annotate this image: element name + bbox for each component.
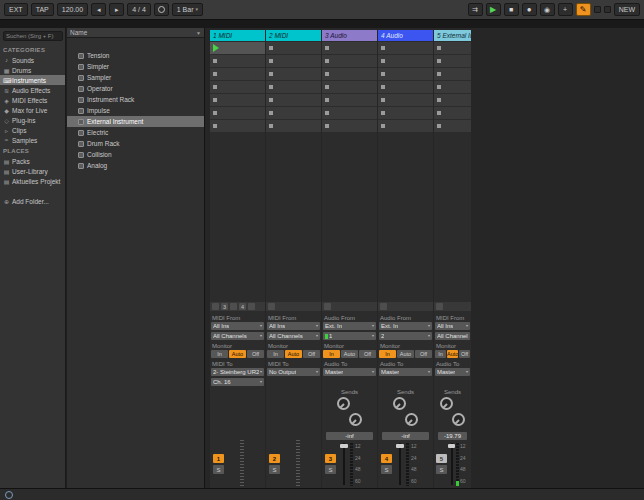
sidebar-item-sounds[interactable]: ♪Sounds: [0, 55, 65, 65]
monitor-in-button[interactable]: In: [379, 350, 396, 358]
clip-slot[interactable]: [266, 55, 321, 67]
clip-slot[interactable]: [322, 94, 377, 106]
clip-slot[interactable]: [266, 107, 321, 119]
new-button[interactable]: NEW: [614, 3, 640, 16]
solo-button[interactable]: S: [213, 465, 224, 474]
solo-button[interactable]: S: [269, 465, 280, 474]
fader-handle[interactable]: [448, 444, 455, 448]
stop-button[interactable]: ■: [504, 3, 519, 16]
midi-overdub-button[interactable]: +: [558, 3, 573, 16]
solo-button[interactable]: S: [436, 465, 447, 474]
sidebar-place-aktuelles-projekt[interactable]: ▤Aktuelles Projekt: [0, 176, 65, 186]
track-activator[interactable]: 4: [381, 454, 392, 463]
clip-slot[interactable]: [210, 94, 265, 106]
sidebar-item-drums[interactable]: ▦Drums: [0, 65, 65, 75]
monitor-auto-button[interactable]: Auto: [397, 350, 414, 358]
input-channel-chooser[interactable]: All Channels: [435, 332, 470, 340]
clip-slot[interactable]: [434, 120, 471, 132]
monitor-auto-button[interactable]: Auto: [229, 350, 246, 358]
draw-mode-button[interactable]: ✎: [576, 3, 591, 16]
sidebar-item-instruments[interactable]: ⌨Instruments: [0, 75, 65, 85]
clip-slot[interactable]: [210, 81, 265, 93]
info-view-toggle-icon[interactable]: [5, 491, 13, 499]
monitor-off-button[interactable]: Off: [303, 350, 320, 358]
clip-slot[interactable]: [322, 107, 377, 119]
output-chooser[interactable]: No Output▾: [267, 368, 320, 376]
clip-slot[interactable]: [378, 42, 433, 54]
track-activator[interactable]: 3: [325, 454, 336, 463]
follow-button[interactable]: ⇉: [468, 3, 483, 16]
monitor-in-button[interactable]: In: [435, 350, 446, 358]
sidebar-place-user-library[interactable]: ▤User-Library: [0, 166, 65, 176]
volume-fader[interactable]: [448, 442, 455, 486]
input-channel-chooser[interactable]: 1▾: [323, 332, 376, 340]
clip-slot[interactable]: [434, 68, 471, 80]
clip-slot[interactable]: [434, 107, 471, 119]
send-a-knob[interactable]: [337, 397, 350, 410]
solo-button[interactable]: S: [381, 465, 392, 474]
metronome-button[interactable]: [154, 3, 169, 16]
ext-sync-button[interactable]: EXT: [4, 3, 28, 16]
clip-slot[interactable]: [322, 55, 377, 67]
track-title-2[interactable]: 2 MIDI: [266, 30, 321, 41]
clip-slot[interactable]: [210, 68, 265, 80]
monitor-in-button[interactable]: In: [267, 350, 284, 358]
input-channel-chooser[interactable]: All Channels▾: [267, 332, 320, 340]
clip-slot[interactable]: [210, 120, 265, 132]
input-channel-chooser[interactable]: 2▾: [379, 332, 432, 340]
quantization-menu[interactable]: 1 Bar ▾: [172, 3, 203, 16]
clip-slot[interactable]: [378, 68, 433, 80]
clip-slot[interactable]: [378, 120, 433, 132]
browser-device-impulse[interactable]: Impulse: [67, 105, 204, 116]
nudge-down-button[interactable]: ◂: [91, 3, 106, 16]
solo-button[interactable]: S: [325, 465, 336, 474]
track-title-1[interactable]: 1 MIDI: [210, 30, 265, 41]
browser-device-drum-rack[interactable]: Drum Rack: [67, 138, 204, 149]
output-channel-chooser[interactable]: Ch. 16▾: [211, 378, 264, 386]
play-button[interactable]: ▶: [486, 3, 501, 16]
monitor-off-button[interactable]: Off: [247, 350, 264, 358]
input-chooser[interactable]: All Ins▾: [267, 322, 320, 330]
browser-device-analog[interactable]: Analog: [67, 160, 204, 171]
clip-slot[interactable]: [434, 42, 471, 54]
browser-device-collision[interactable]: Collision: [67, 149, 204, 160]
send-b-knob[interactable]: [452, 413, 465, 426]
monitor-auto-button[interactable]: Auto: [447, 350, 458, 358]
send-b-knob[interactable]: [349, 413, 362, 426]
peak-level-display[interactable]: -19.79: [438, 432, 467, 440]
clip-slot[interactable]: [210, 55, 265, 67]
monitor-off-button[interactable]: Off: [459, 350, 470, 358]
volume-fader[interactable]: [340, 442, 348, 486]
sidebar-item-midi-effects[interactable]: ◈MIDI Effects: [0, 95, 65, 105]
session-record-button[interactable]: ◉: [540, 3, 555, 16]
sidebar-place-packs[interactable]: ▤Packs: [0, 156, 65, 166]
clip-slot[interactable]: [434, 94, 471, 106]
send-a-knob[interactable]: [393, 397, 406, 410]
clip-slot[interactable]: [322, 120, 377, 132]
clip-slot[interactable]: [266, 94, 321, 106]
output-chooser[interactable]: Master▾: [435, 368, 470, 376]
browser-device-external-instrument[interactable]: External Instrument: [67, 116, 204, 127]
peak-level-display[interactable]: -inf: [326, 432, 373, 440]
list-header-row[interactable]: Name ▼: [67, 28, 204, 38]
monitor-auto-button[interactable]: Auto: [341, 350, 358, 358]
clip-slot[interactable]: [378, 94, 433, 106]
track-title-5[interactable]: 5 External In: [434, 30, 471, 41]
clip-slot[interactable]: [322, 42, 377, 54]
clip-slot[interactable]: [378, 55, 433, 67]
input-channel-chooser[interactable]: All Channels▾: [211, 332, 264, 340]
tap-tempo-button[interactable]: TAP: [31, 3, 54, 16]
nudge-up-button[interactable]: ▸: [109, 3, 124, 16]
peak-level-display[interactable]: -inf: [382, 432, 429, 440]
clip-slot[interactable]: [266, 81, 321, 93]
volume-fader[interactable]: [396, 442, 404, 486]
monitor-off-button[interactable]: Off: [359, 350, 376, 358]
track-activator[interactable]: 2: [269, 454, 280, 463]
send-b-knob[interactable]: [405, 413, 418, 426]
clip-slot[interactable]: [322, 81, 377, 93]
browser-device-sampler[interactable]: Sampler: [67, 72, 204, 83]
clip-slot[interactable]: [378, 107, 433, 119]
clip-slot[interactable]: [210, 107, 265, 119]
clip-slot[interactable]: [322, 68, 377, 80]
fader-handle[interactable]: [340, 444, 348, 448]
